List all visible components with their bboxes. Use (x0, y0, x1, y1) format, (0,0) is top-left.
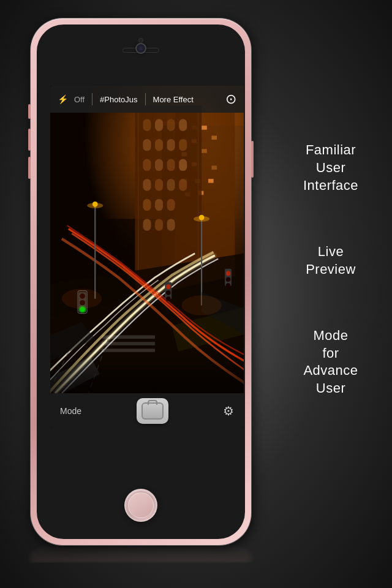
mute-switch[interactable] (28, 104, 31, 119)
svg-rect-24 (167, 119, 175, 131)
volume-down-button[interactable] (28, 157, 31, 179)
phone-screen: ⚡ Off #PhotoJus More Effect ⊙ (50, 86, 244, 429)
svg-rect-27 (155, 139, 163, 151)
live-preview-label: LivePreview (282, 243, 380, 278)
home-button[interactable] (124, 489, 157, 522)
flash-icon: ⚡ (58, 94, 68, 104)
svg-rect-72 (102, 335, 155, 338)
svg-rect-41 (143, 219, 151, 231)
volume-up-button[interactable] (28, 129, 31, 151)
side-labels-container: FamiliarUserInterface LivePreview Modefo… (282, 0, 380, 588)
mode-button[interactable]: Mode (60, 406, 81, 416)
svg-rect-36 (167, 179, 175, 191)
phone-device: ⚡ Off #PhotoJus More Effect ⊙ (31, 18, 263, 570)
svg-rect-26 (143, 139, 151, 151)
phone-body: ⚡ Off #PhotoJus More Effect ⊙ (31, 18, 251, 545)
shutter-inner (141, 402, 164, 420)
front-sensor (138, 38, 143, 43)
svg-rect-74 (102, 349, 155, 352)
svg-rect-39 (155, 199, 163, 211)
camera-flip-icon[interactable]: ⊙ (225, 91, 236, 107)
mode-advance-label: ModeforAdvanceUser (282, 327, 380, 397)
night-scene-svg (50, 86, 244, 393)
power-button[interactable] (251, 141, 254, 178)
svg-rect-38 (143, 199, 151, 211)
svg-rect-25 (179, 119, 187, 131)
svg-rect-23 (155, 119, 163, 131)
svg-rect-11 (202, 149, 207, 153)
more-effect-button[interactable]: More Effect (149, 92, 197, 107)
svg-point-53 (194, 216, 209, 222)
svg-rect-42 (155, 219, 163, 231)
settings-button[interactable]: ⚙ (223, 404, 234, 418)
svg-rect-17 (208, 179, 214, 183)
svg-rect-40 (167, 199, 175, 211)
svg-rect-35 (155, 179, 163, 191)
home-button-inner (128, 492, 154, 518)
phone-inner-bezel: ⚡ Off #PhotoJus More Effect ⊙ (37, 24, 245, 539)
svg-rect-30 (143, 159, 151, 172)
svg-rect-34 (143, 179, 151, 191)
svg-point-61 (166, 284, 171, 289)
flash-off-button[interactable]: Off (70, 92, 88, 107)
front-camera-lens (135, 43, 146, 54)
svg-point-50 (87, 203, 103, 208)
svg-rect-31 (155, 159, 163, 172)
camera-toolbar-top: ⚡ Off #PhotoJus More Effect ⊙ (50, 86, 244, 113)
svg-rect-32 (167, 159, 175, 172)
svg-rect-77 (50, 352, 244, 393)
svg-point-65 (226, 271, 231, 276)
front-camera-area (135, 43, 146, 54)
shutter-button[interactable] (137, 398, 168, 424)
svg-rect-33 (179, 159, 187, 172)
svg-rect-14 (211, 165, 217, 170)
svg-rect-9 (211, 135, 217, 140)
toolbar-left-group: ⚡ Off #PhotoJus More Effect (58, 92, 197, 107)
svg-rect-6 (202, 126, 207, 130)
svg-point-66 (226, 277, 231, 282)
svg-rect-37 (179, 179, 187, 191)
svg-rect-43 (167, 219, 175, 231)
svg-point-63 (166, 296, 171, 301)
filter-button[interactable]: #PhotoJus (96, 92, 141, 107)
svg-point-75 (62, 288, 102, 309)
familiar-ui-label: FamiliarUserInterface (282, 141, 380, 194)
camera-toolbar-bottom: Mode ⚙ (50, 393, 244, 429)
phone-reflection (31, 543, 251, 562)
svg-rect-28 (167, 139, 175, 151)
svg-rect-22 (143, 119, 151, 131)
camera-preview (50, 86, 244, 393)
svg-point-67 (226, 283, 231, 288)
svg-point-62 (166, 290, 171, 295)
toolbar-divider-1 (92, 93, 92, 105)
svg-rect-73 (102, 342, 155, 345)
svg-rect-29 (179, 139, 187, 151)
toolbar-divider-2 (145, 93, 146, 105)
svg-point-76 (182, 295, 222, 315)
